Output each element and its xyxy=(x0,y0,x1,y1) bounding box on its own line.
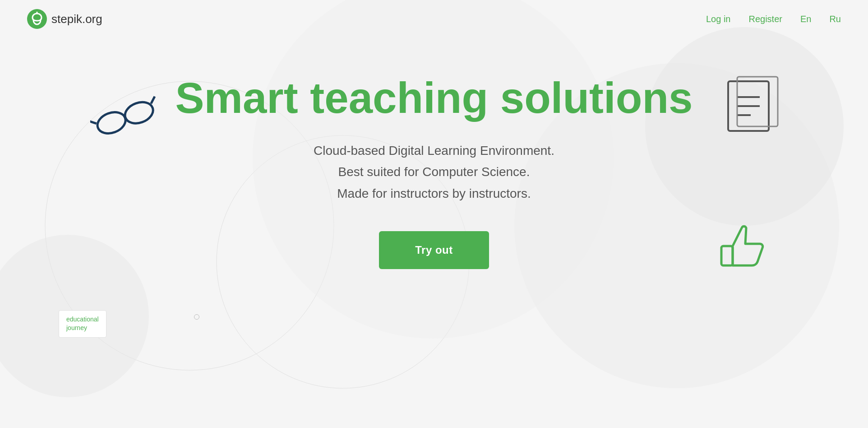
small-dot-decoration xyxy=(194,314,199,320)
logo-link[interactable]: stepik.org xyxy=(27,9,102,29)
stepik-logo-icon xyxy=(27,9,47,29)
lang-en[interactable]: En xyxy=(800,14,811,24)
hero-section: Smart teaching solutions Cloud-based Dig… xyxy=(0,38,868,269)
hero-subtitle-line2: Best suited for Computer Science. xyxy=(314,161,554,183)
try-out-button[interactable]: Try out xyxy=(379,231,489,269)
hero-subtitle-line1: Cloud-based Digital Learning Environment… xyxy=(314,140,554,162)
edu-badge-line2: journey xyxy=(66,324,99,333)
edu-badge-line1: educational xyxy=(66,315,99,324)
educational-journey-badge: educational journey xyxy=(59,310,106,338)
login-link[interactable]: Log in xyxy=(706,14,731,24)
hero-title: Smart teaching solutions xyxy=(175,74,693,122)
register-link[interactable]: Register xyxy=(748,14,782,24)
hero-subtitle-line3: Made for instructors by instructors. xyxy=(314,183,554,205)
main-nav: Log in Register En Ru xyxy=(706,14,841,24)
logo-text: stepik.org xyxy=(51,12,102,26)
hero-subtitle: Cloud-based Digital Learning Environment… xyxy=(314,140,554,205)
lang-ru[interactable]: Ru xyxy=(829,14,841,24)
